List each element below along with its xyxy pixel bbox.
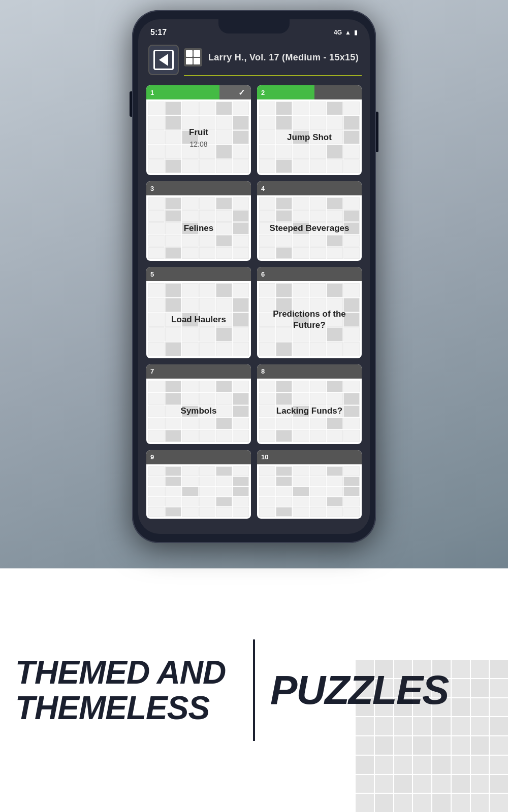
card-body-2: Jump Shot	[257, 99, 362, 175]
ad-banner: THEMED AND THEMELESS PUZZLES	[0, 568, 508, 812]
puzzle-card-8[interactable]: 8Lacking Funds?	[257, 364, 362, 444]
back-arrow-icon	[159, 54, 168, 66]
card-title-4: Steeped Beverages	[270, 223, 350, 234]
status-icons: 4G ▲ ▮	[334, 29, 358, 36]
puzzle-card-10[interactable]: 10	[257, 450, 362, 519]
notch	[218, 19, 290, 33]
puzzle-card-7[interactable]: 7Symbols	[146, 364, 251, 444]
card-header-5: 5	[146, 267, 251, 281]
puzzle-card-2[interactable]: 2Jump Shot	[257, 85, 362, 175]
back-button[interactable]	[148, 45, 179, 75]
card-number-6: 6	[261, 270, 265, 278]
card-number-2: 2	[261, 89, 265, 96]
mini-grid-10	[257, 464, 362, 519]
card-number-10: 10	[261, 453, 268, 461]
card-number-9: 9	[150, 453, 154, 461]
card-time-1: 12:08	[189, 140, 207, 148]
card-number-7: 7	[150, 367, 154, 375]
puzzle-card-3[interactable]: 3Felines	[146, 181, 251, 261]
ad-left: THEMED AND THEMELESS	[0, 634, 253, 747]
card-body-10	[257, 464, 362, 519]
card-body-1: Fruit12:08	[146, 99, 251, 175]
card-title-8: Lacking Funds?	[276, 405, 342, 417]
card-header-4: 4	[257, 181, 362, 195]
signal-icon: ▲	[345, 29, 351, 36]
card-header-1: 1✓	[146, 85, 251, 99]
phone-screen: 5:17 4G ▲ ▮ Larry H., Vol. 17 (Medium - …	[138, 19, 370, 534]
card-title-7: Symbols	[181, 405, 217, 417]
card-body-4: Steeped Beverages	[257, 195, 362, 261]
card-body-9	[146, 464, 251, 519]
page-title: Larry H., Vol. 17 (Medium - 15x15)	[208, 52, 359, 63]
card-header-10: 10	[257, 450, 362, 464]
status-time: 5:17	[150, 28, 167, 37]
card-header-2: 2	[257, 85, 362, 99]
card-header-7: 7	[146, 364, 251, 379]
card-title-3: Felines	[184, 223, 214, 234]
card-title-1: Fruit	[189, 127, 208, 138]
card-title-2: Jump Shot	[287, 132, 332, 143]
card-number-3: 3	[150, 185, 154, 192]
card-number-1: 1	[150, 89, 154, 96]
card-body-6: Predictions of the Future?	[257, 281, 362, 358]
side-button-left	[130, 91, 132, 117]
battery-icon: ▮	[354, 29, 358, 36]
puzzle-card-5[interactable]: 5Load Haulers	[146, 267, 251, 358]
card-title-6: Predictions of the Future?	[261, 309, 358, 331]
puzzle-card-9[interactable]: 9	[146, 450, 251, 519]
card-body-8: Lacking Funds?	[257, 379, 362, 444]
card-body-5: Load Haulers	[146, 281, 251, 358]
card-body-7: Symbols	[146, 379, 251, 444]
header-grid-icon	[184, 48, 202, 66]
card-body-3: Felines	[146, 195, 251, 261]
card-number-4: 4	[261, 185, 265, 192]
puzzle-grid: 1✓Fruit12:082Jump Shot3Felines4Steeped B…	[146, 85, 362, 519]
mini-grid-9	[146, 464, 251, 519]
card-header-9: 9	[146, 450, 251, 464]
puzzle-card-6[interactable]: 6Predictions of the Future?	[257, 267, 362, 358]
network-indicator: 4G	[334, 29, 342, 36]
card-check-1: ✓	[238, 88, 245, 97]
card-number-5: 5	[150, 270, 154, 278]
side-button-right	[376, 112, 378, 152]
grid-decoration	[356, 660, 508, 812]
puzzle-card-1[interactable]: 1✓Fruit12:08	[146, 85, 251, 175]
card-header-6: 6	[257, 267, 362, 281]
phone-frame: 5:17 4G ▲ ▮ Larry H., Vol. 17 (Medium - …	[132, 10, 376, 543]
puzzle-card-4[interactable]: 4Steeped Beverages	[257, 181, 362, 261]
card-title-5: Load Haulers	[171, 314, 226, 325]
ad-left-text: THEMED AND THEMELESS	[15, 655, 238, 726]
card-header-8: 8	[257, 364, 362, 379]
page-header: Larry H., Vol. 17 (Medium - 15x15)	[184, 44, 362, 76]
card-number-8: 8	[261, 367, 265, 375]
card-header-3: 3	[146, 181, 251, 195]
